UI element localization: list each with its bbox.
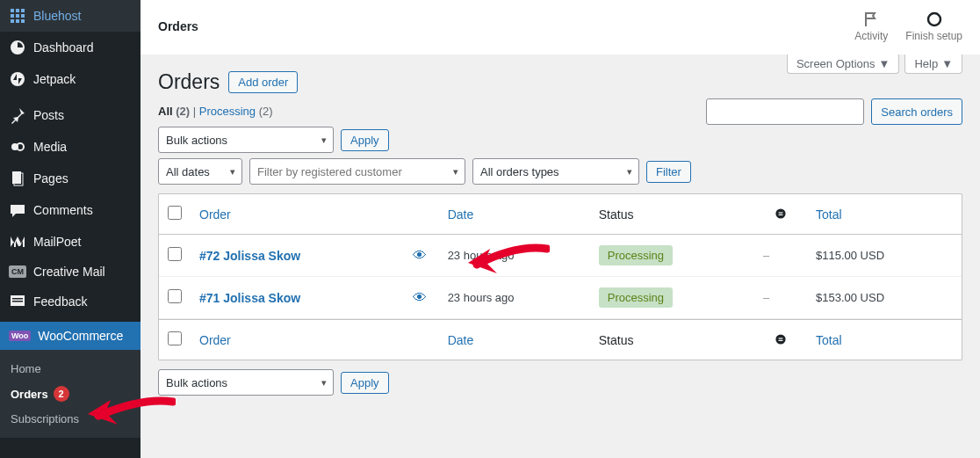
svg-rect-22 [779, 338, 783, 338]
submenu-home[interactable]: Home [0, 357, 141, 381]
eye-icon[interactable]: 👁 [413, 290, 427, 305]
note-cell: – [754, 277, 807, 319]
sidebar-item-media[interactable]: Media [0, 131, 141, 163]
status-badge: Processing [599, 245, 673, 265]
svg-rect-15 [12, 298, 23, 300]
sidebar-label: Posts [33, 108, 64, 122]
select-all-checkbox[interactable] [168, 206, 182, 220]
svg-point-17 [928, 13, 940, 25]
svg-rect-19 [779, 212, 783, 213]
sidebar-item-pages[interactable]: Pages [0, 163, 141, 194]
svg-rect-2 [21, 9, 25, 12]
main-content: Orders Activity Finish setup Screen Opti… [141, 0, 980, 458]
select-all-checkbox-bottom[interactable] [168, 331, 182, 345]
col-order[interactable]: Order [191, 319, 404, 360]
sidebar-item-dashboard[interactable]: Dashboard [0, 32, 141, 63]
apply-button-bottom[interactable]: Apply [341, 372, 389, 394]
pages-icon [9, 170, 26, 187]
sidebar-item-comments[interactable]: Comments [0, 194, 141, 226]
col-date[interactable]: Date [439, 194, 590, 235]
order-total: $153.00 USD [807, 277, 962, 319]
filter-button[interactable]: Filter [646, 161, 691, 183]
sidebar-item-feedback[interactable]: Feedback [0, 286, 141, 317]
search-orders-button[interactable]: Search orders [871, 98, 962, 125]
svg-point-9 [11, 72, 25, 86]
order-date: 23 hours ago [439, 277, 590, 319]
sidebar-label: Media [33, 140, 67, 154]
admin-sidebar: Bluehost Dashboard Jetpack Posts Media P… [0, 0, 141, 458]
chevron-down-icon: ▼ [879, 57, 890, 70]
dates-select[interactable]: All dates [158, 158, 242, 185]
sidebar-item-jetpack[interactable]: Jetpack [0, 63, 141, 95]
customer-filter-select[interactable]: Filter by registered customer [249, 158, 465, 185]
bulk-actions-select-bottom[interactable]: Bulk actions [158, 369, 334, 396]
note-icon [772, 205, 789, 222]
svg-rect-16 [12, 301, 23, 302]
sidebar-item-woocommerce[interactable]: WooWooCommerce [0, 322, 141, 350]
row-checkbox[interactable] [168, 289, 182, 303]
submenu: Home Orders2 Subscriptions [0, 350, 141, 438]
svg-rect-3 [11, 14, 14, 18]
page-title: Orders [158, 70, 220, 94]
svg-rect-6 [11, 19, 14, 23]
col-order[interactable]: Order [191, 194, 404, 235]
order-total: $115.00 USD [807, 235, 962, 277]
media-icon [9, 138, 26, 156]
activity-button[interactable]: Activity [854, 11, 888, 42]
filter-processing[interactable]: Processing [199, 105, 256, 118]
search-input[interactable] [706, 98, 864, 125]
svg-rect-20 [779, 214, 783, 215]
col-status: Status [590, 194, 754, 235]
table-row[interactable]: #71 Jolissa Skow 👁 23 hours ago Processi… [159, 277, 962, 319]
svg-point-18 [775, 208, 785, 218]
help-tab[interactable]: Help ▼ [904, 55, 962, 74]
sidebar-label: Jetpack [33, 72, 76, 86]
sidebar-label: MailPoet [33, 235, 81, 249]
order-link[interactable]: #72 Jolissa Skow [199, 249, 300, 263]
sidebar-item-creative-mail[interactable]: CMCreative Mail [0, 258, 141, 286]
orders-table: Order Date Status Total #72 Jolissa Skow… [158, 193, 962, 360]
finish-setup-button[interactable]: Finish setup [905, 11, 962, 42]
status-badge: Processing [599, 287, 673, 308]
note-icon [772, 331, 789, 348]
breadcrumb: Orders [158, 19, 198, 33]
col-date[interactable]: Date [439, 319, 590, 360]
apply-button[interactable]: Apply [341, 129, 389, 151]
sidebar-label: Pages [33, 171, 68, 185]
svg-rect-23 [779, 340, 783, 341]
submenu-orders[interactable]: Orders2 [0, 381, 141, 407]
sidebar-label: WooCommerce [38, 329, 123, 343]
row-checkbox[interactable] [168, 247, 182, 261]
sidebar-item-mailpoet[interactable]: MailPoet [0, 226, 141, 258]
col-total[interactable]: Total [807, 194, 962, 235]
filter-all[interactable]: All (2) [158, 105, 190, 118]
svg-rect-5 [21, 14, 25, 18]
grid-icon [9, 7, 26, 25]
screen-options-tab[interactable]: Screen Options ▼ [787, 55, 899, 74]
sidebar-label: Creative Mail [33, 265, 105, 279]
sidebar-label: Comments [33, 203, 93, 217]
order-link[interactable]: #71 Jolissa Skow [199, 291, 300, 305]
sidebar-item-posts[interactable]: Posts [0, 99, 141, 131]
jetpack-icon [9, 70, 26, 88]
table-row[interactable]: #72 Jolissa Skow 👁 23 hours ago Processi… [159, 235, 962, 277]
submenu-subscriptions[interactable]: Subscriptions [0, 407, 141, 431]
chevron-down-icon: ▼ [941, 57, 953, 70]
bulk-actions-select[interactable]: Bulk actions [158, 127, 334, 153]
add-order-button[interactable]: Add order [228, 71, 298, 93]
eye-icon[interactable]: 👁 [413, 248, 427, 263]
svg-rect-4 [16, 14, 19, 18]
sidebar-label: Bluehost [33, 9, 81, 23]
feedback-icon [9, 293, 26, 310]
sidebar-label: Feedback [33, 294, 87, 309]
col-total[interactable]: Total [807, 319, 962, 360]
comments-icon [9, 201, 26, 219]
circle-icon [926, 11, 943, 28]
svg-point-21 [775, 334, 785, 344]
svg-rect-0 [11, 9, 14, 12]
sidebar-item-bluehost[interactable]: Bluehost [0, 0, 141, 32]
order-types-select[interactable]: All orders types [472, 158, 639, 185]
dashboard-icon [9, 39, 26, 56]
col-status: Status [590, 319, 754, 360]
creative-mail-icon: CM [9, 265, 26, 278]
